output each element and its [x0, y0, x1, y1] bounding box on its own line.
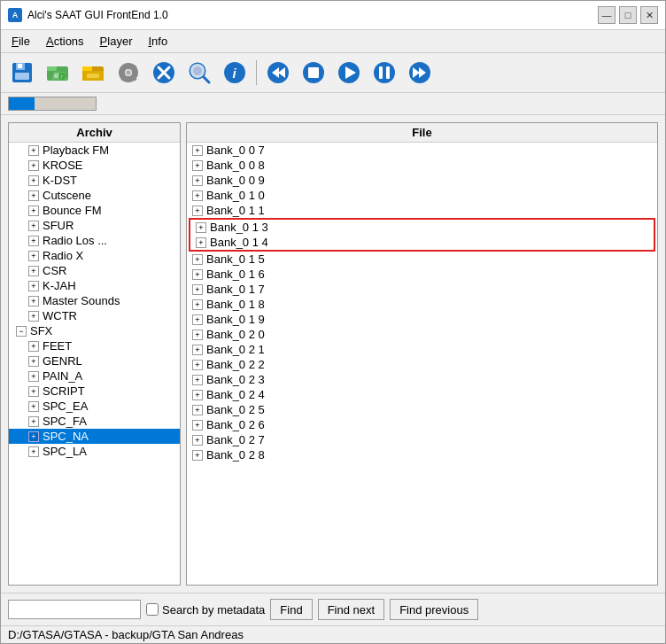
tree-item-kdst[interactable]: + K-DST — [9, 173, 180, 188]
expand-kjah[interactable]: + — [28, 281, 39, 291]
expand-wctr[interactable]: + — [28, 311, 39, 322]
tree-item-spc-na[interactable]: + SPC_NA — [9, 429, 180, 444]
file-expand-bank018[interactable]: + — [192, 299, 203, 310]
file-expand-bank010[interactable]: + — [192, 190, 203, 201]
tree-item-krose[interactable]: + KROSE — [9, 158, 180, 173]
file-item-bank027[interactable]: + Bank_0 2 7 — [187, 432, 657, 447]
file-expand-bank019[interactable]: + — [192, 314, 203, 325]
menu-info[interactable]: Info — [141, 32, 174, 50]
minimize-button[interactable]: — — [598, 6, 616, 24]
expand-sfx[interactable]: − — [16, 326, 27, 337]
tree-item-genrl[interactable]: + GENRL — [9, 353, 180, 369]
fast-forward-button[interactable] — [404, 57, 436, 89]
expand-kdst[interactable]: + — [28, 175, 39, 186]
file-item-bank021[interactable]: + Bank_0 2 1 — [187, 342, 657, 357]
search-by-metadata-checkbox[interactable] — [146, 603, 159, 616]
close-button[interactable]: ✕ — [640, 6, 658, 24]
expand-feet[interactable]: + — [28, 341, 39, 352]
file-item-bank023[interactable]: + Bank_0 2 3 — [187, 372, 657, 387]
file-expand-bank020[interactable]: + — [192, 330, 203, 340]
expand-master-sounds[interactable]: + — [28, 296, 39, 306]
expand-spc-la[interactable]: + — [28, 446, 39, 457]
expand-spc-ea[interactable]: + — [28, 401, 39, 412]
file-item-bank009[interactable]: + Bank_0 0 9 — [187, 173, 657, 188]
tree-item-wctr[interactable]: + WCTR — [9, 308, 180, 323]
tree-item-spc-ea[interactable]: + SPC_EA — [9, 399, 180, 414]
menu-file[interactable]: File — [4, 32, 37, 50]
file-expand-bank017[interactable]: + — [192, 284, 203, 295]
file-item-bank013[interactable]: + Bank_0 1 3 — [190, 220, 654, 235]
search-by-metadata-label[interactable]: Search by metadata — [146, 603, 265, 617]
maximize-button[interactable]: □ — [619, 6, 637, 24]
info-button[interactable]: i — [219, 57, 251, 89]
tree-item-sfx[interactable]: − SFX — [9, 323, 180, 338]
tree-item-pain-a[interactable]: + PAIN_A — [9, 369, 180, 384]
tree-item-sfur[interactable]: + SFUR — [9, 218, 180, 233]
file-expand-bank013[interactable]: + — [196, 222, 206, 233]
rewind-button[interactable] — [262, 57, 294, 89]
file-item-bank014[interactable]: + Bank_0 1 4 — [190, 235, 654, 250]
delete-button[interactable] — [148, 57, 180, 89]
file-expand-bank023[interactable]: + — [192, 375, 203, 385]
file-item-bank011[interactable]: + Bank_0 1 1 — [187, 203, 657, 218]
file-item-bank018[interactable]: + Bank_0 1 8 — [187, 297, 657, 312]
tree-item-radio-los[interactable]: + Radio Los ... — [9, 233, 180, 248]
settings-button[interactable] — [112, 57, 144, 89]
tree-item-feet[interactable]: + FEET — [9, 338, 180, 353]
file-expand-bank007[interactable]: + — [192, 145, 203, 156]
file-item-bank010[interactable]: + Bank_0 1 0 — [187, 188, 657, 203]
file-expand-bank025[interactable]: + — [192, 405, 203, 415]
tree-item-kjah[interactable]: + K-JAH — [9, 278, 180, 293]
expand-krose[interactable]: + — [28, 160, 39, 171]
search-input[interactable] — [8, 600, 141, 619]
save-button[interactable] — [6, 57, 38, 89]
expand-pain-a[interactable]: + — [28, 371, 39, 382]
file-item-bank008[interactable]: + Bank_0 0 8 — [187, 158, 657, 173]
tree-item-radio-x[interactable]: + Radio X — [9, 248, 180, 263]
tree-item-spc-fa[interactable]: + SPC_FA — [9, 414, 180, 429]
find-button[interactable]: Find — [270, 599, 312, 620]
file-expand-bank026[interactable]: + — [192, 420, 203, 431]
expand-radio-los[interactable]: + — [28, 236, 39, 246]
tree-item-bounce-fm[interactable]: + Bounce FM — [9, 203, 180, 218]
file-expand-bank021[interactable]: + — [192, 345, 203, 355]
file-item-bank025[interactable]: + Bank_0 2 5 — [187, 402, 657, 417]
file-expand-bank008[interactable]: + — [192, 160, 203, 171]
file-item-bank016[interactable]: + Bank_0 1 6 — [187, 267, 657, 282]
file-item-bank015[interactable]: + Bank_0 1 5 — [187, 252, 657, 267]
file-expand-bank027[interactable]: + — [192, 435, 203, 446]
menu-actions[interactable]: Actions — [39, 32, 91, 50]
file-item-bank022[interactable]: + Bank_0 2 2 — [187, 357, 657, 372]
file-item-bank019[interactable]: + Bank_0 1 9 — [187, 312, 657, 327]
find-previous-button[interactable]: Find previous — [390, 599, 478, 620]
expand-csr[interactable]: + — [28, 266, 39, 276]
open-folder-yellow-button[interactable] — [77, 57, 109, 89]
tree-item-csr[interactable]: + CSR — [9, 263, 180, 278]
file-expand-bank022[interactable]: + — [192, 360, 203, 370]
file-item-bank017[interactable]: + Bank_0 1 7 — [187, 282, 657, 297]
expand-bounce-fm[interactable]: + — [28, 206, 39, 216]
tree-item-playback-fm[interactable]: + Playback FM — [9, 143, 180, 158]
tree-item-spc-la[interactable]: + SPC_LA — [9, 444, 180, 459]
expand-script[interactable]: + — [28, 386, 39, 397]
file-expand-bank009[interactable]: + — [192, 175, 203, 186]
expand-sfur[interactable]: + — [28, 221, 39, 231]
expand-cutscene[interactable]: + — [28, 190, 39, 201]
file-item-bank028[interactable]: + Bank_0 2 8 — [187, 447, 657, 462]
file-item-bank007[interactable]: + Bank_0 0 7 — [187, 143, 657, 158]
file-item-bank020[interactable]: + Bank_0 2 0 — [187, 327, 657, 342]
stop-button[interactable] — [298, 57, 329, 89]
find-next-button[interactable]: Find next — [318, 599, 384, 620]
expand-genrl[interactable]: + — [28, 356, 39, 367]
expand-spc-fa[interactable]: + — [28, 416, 39, 427]
pause-button[interactable] — [368, 57, 400, 89]
expand-playback-fm[interactable]: + — [28, 145, 39, 156]
play-button[interactable] — [333, 57, 365, 89]
open-folder-green-button[interactable]: ↑ — [42, 57, 74, 89]
menu-player[interactable]: Player — [93, 32, 140, 50]
expand-radio-x[interactable]: + — [28, 251, 39, 261]
file-expand-bank015[interactable]: + — [192, 254, 203, 265]
tree-item-master-sounds[interactable]: + Master Sounds — [9, 293, 180, 308]
search-zoom-button[interactable] — [183, 57, 215, 89]
file-item-bank024[interactable]: + Bank_0 2 4 — [187, 387, 657, 402]
